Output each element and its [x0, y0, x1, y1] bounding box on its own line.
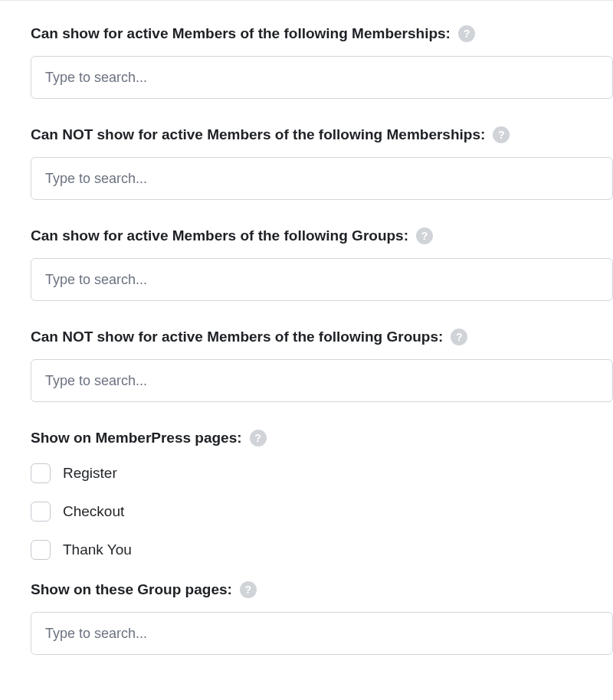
checkbox-label: Register — [63, 465, 117, 482]
checkbox-label: Checkout — [63, 503, 124, 520]
label-text: Can NOT show for active Members of the f… — [31, 329, 443, 345]
help-icon[interactable]: ? — [493, 126, 510, 143]
field-label: Show on MemberPress pages: ? — [31, 430, 267, 446]
not-show-memberships-field: Can NOT show for active Members of the f… — [31, 126, 613, 200]
label-text: Show on these Group pages: — [31, 581, 232, 598]
show-memberships-search-input[interactable] — [31, 56, 613, 99]
label-text: Show on MemberPress pages: — [31, 430, 242, 446]
checkbox-row-register: Register — [31, 463, 613, 483]
not-show-groups-search-input[interactable] — [31, 359, 613, 402]
register-checkbox[interactable] — [31, 463, 51, 483]
field-label: Can show for active Members of the follo… — [31, 227, 433, 244]
field-label: Can NOT show for active Members of the f… — [31, 126, 510, 143]
not-show-groups-field: Can NOT show for active Members of the f… — [31, 329, 613, 402]
not-show-memberships-search-input[interactable] — [31, 157, 613, 200]
label-text: Can show for active Members of the follo… — [31, 25, 451, 42]
checkbox-row-thank-you: Thank You — [31, 540, 613, 560]
field-label: Show on these Group pages: ? — [31, 581, 257, 598]
help-icon[interactable]: ? — [240, 581, 257, 598]
thank-you-checkbox[interactable] — [31, 540, 51, 560]
field-label: Can show for active Members of the follo… — [31, 25, 475, 42]
memberpress-pages-field: Show on MemberPress pages: ? Register Ch… — [31, 430, 613, 560]
help-icon[interactable]: ? — [416, 227, 433, 244]
show-memberships-field: Can show for active Members of the follo… — [31, 25, 613, 99]
help-icon[interactable]: ? — [250, 430, 267, 446]
group-pages-search-input[interactable] — [31, 612, 613, 655]
show-groups-search-input[interactable] — [31, 258, 613, 301]
group-pages-field: Show on these Group pages: ? — [31, 581, 613, 655]
checkbox-list: Register Checkout Thank You — [31, 463, 613, 560]
checkout-checkbox[interactable] — [31, 502, 51, 522]
label-text: Can NOT show for active Members of the f… — [31, 126, 485, 143]
label-text: Can show for active Members of the follo… — [31, 227, 408, 244]
help-icon[interactable]: ? — [458, 25, 475, 42]
help-icon[interactable]: ? — [451, 329, 467, 345]
show-groups-field: Can show for active Members of the follo… — [31, 227, 613, 301]
checkbox-label: Thank You — [63, 541, 132, 558]
checkbox-row-checkout: Checkout — [31, 502, 613, 522]
field-label: Can NOT show for active Members of the f… — [31, 329, 467, 345]
